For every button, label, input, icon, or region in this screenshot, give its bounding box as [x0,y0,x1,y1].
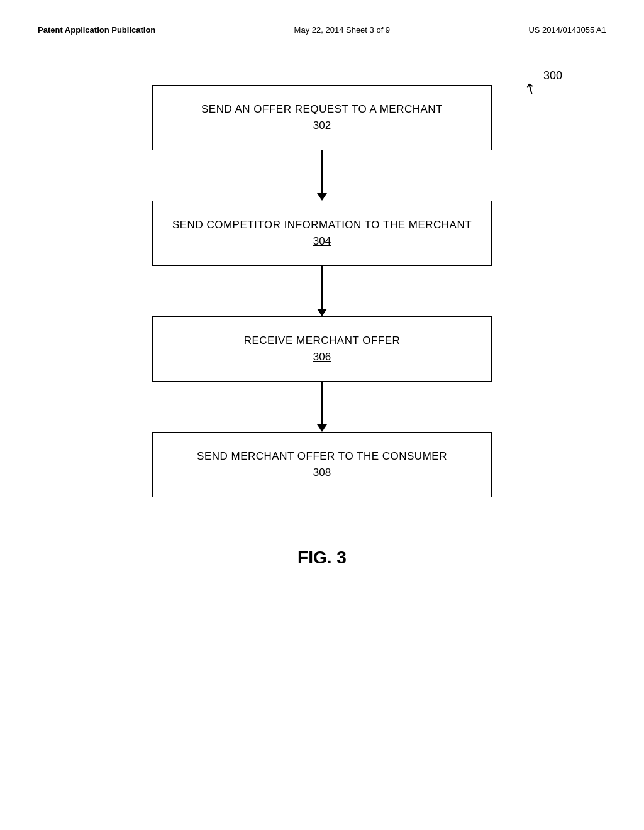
page-header: Patent Application Publication May 22, 2… [38,25,606,35]
flow-box-306-text: RECEIVE MERCHANT OFFER [165,335,479,347]
header-right: US 2014/0143055 A1 [528,25,606,35]
flow-arrow-2-head [317,309,327,316]
flow-box-304: SEND COMPETITOR INFORMATION TO THE MERCH… [152,201,492,266]
diagram-ref-number: 300 [543,69,562,82]
flow-arrow-1 [317,150,327,201]
flow-arrow-1-line [321,150,323,193]
flow-arrow-2 [317,266,327,316]
flow-box-308-text: SEND MERCHANT OFFER TO THE CONSUMER [165,450,479,463]
flow-box-302-text: SEND AN OFFER REQUEST TO A MERCHANT [165,103,479,116]
flow-arrow-3-head [317,424,327,432]
flow-arrow-1-head [317,193,327,201]
flowchart: SEND AN OFFER REQUEST TO A MERCHANT 302 … [38,85,606,497]
flow-arrow-3 [317,382,327,432]
flow-box-302-number: 302 [165,119,479,132]
flow-box-304-text: SEND COMPETITOR INFORMATION TO THE MERCH… [165,219,479,231]
flow-arrow-3-line [321,382,323,424]
header-right-label: US 2014/0143055 A1 [528,25,606,35]
header-middle-label: May 22, 2014 Sheet 3 of 9 [294,25,391,35]
flow-box-306: RECEIVE MERCHANT OFFER 306 [152,316,492,382]
flow-box-308: SEND MERCHANT OFFER TO THE CONSUMER 308 [152,432,492,497]
header-middle: May 22, 2014 Sheet 3 of 9 [294,25,391,35]
header-left-label: Patent Application Publication [38,25,155,35]
flow-box-308-number: 308 [165,467,479,479]
flow-box-304-number: 304 [165,235,479,248]
page: Patent Application Publication May 22, 2… [0,0,644,830]
flow-arrow-2-line [321,266,323,309]
flow-box-306-number: 306 [165,351,479,363]
fig-label: FIG. 3 [38,548,606,568]
flow-box-302: SEND AN OFFER REQUEST TO A MERCHANT 302 [152,85,492,150]
header-left: Patent Application Publication [38,25,155,35]
